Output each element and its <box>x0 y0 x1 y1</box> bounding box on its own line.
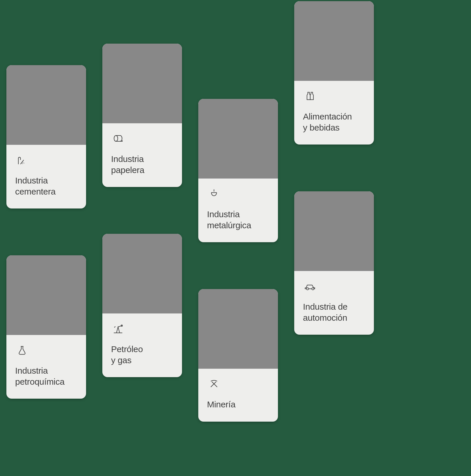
card-image <box>6 65 86 145</box>
card-paper[interactable]: Industria papelera <box>102 44 182 187</box>
flask-icon <box>15 343 29 357</box>
card-image <box>294 1 374 81</box>
card-title: Industria de automoción <box>303 301 365 323</box>
card-image <box>102 44 182 123</box>
svg-point-2 <box>22 163 23 164</box>
card-title: Alimentación y bebidas <box>303 111 365 133</box>
pumpjack-icon <box>111 322 125 336</box>
svg-point-3 <box>24 163 24 163</box>
card-oilgas[interactable]: Petróleo y gas <box>102 234 182 377</box>
card-metal[interactable]: Industria metalúrgica <box>198 99 278 242</box>
cement-icon <box>15 153 29 167</box>
card-image <box>294 191 374 271</box>
ladle-icon <box>207 187 221 201</box>
card-auto[interactable]: Industria de automoción <box>294 191 374 335</box>
bottle-icon <box>303 89 317 103</box>
svg-point-0 <box>21 163 22 163</box>
svg-point-1 <box>23 162 23 163</box>
pickaxe-icon <box>207 377 221 391</box>
card-image <box>6 255 86 335</box>
card-title: Industria cementera <box>15 175 77 197</box>
card-image <box>198 99 278 179</box>
card-cement[interactable]: Industria cementera <box>6 65 86 208</box>
paper-roll-icon <box>111 131 125 145</box>
card-title: Industria metalúrgica <box>207 209 269 231</box>
svg-point-6 <box>306 288 308 290</box>
card-food[interactable]: Alimentación y bebidas <box>294 1 374 145</box>
card-petrochem[interactable]: Industria petroquímica <box>6 255 86 399</box>
card-mining[interactable]: Minería <box>198 289 278 422</box>
card-title: Industria papelera <box>111 154 173 175</box>
card-title: Minería <box>207 399 269 410</box>
car-icon <box>303 279 317 293</box>
card-title: Petróleo y gas <box>111 344 173 366</box>
card-title: Industria petroquímica <box>15 365 77 387</box>
card-image <box>198 289 278 369</box>
svg-point-4 <box>114 136 118 141</box>
card-image <box>102 234 182 313</box>
svg-point-7 <box>312 288 314 290</box>
